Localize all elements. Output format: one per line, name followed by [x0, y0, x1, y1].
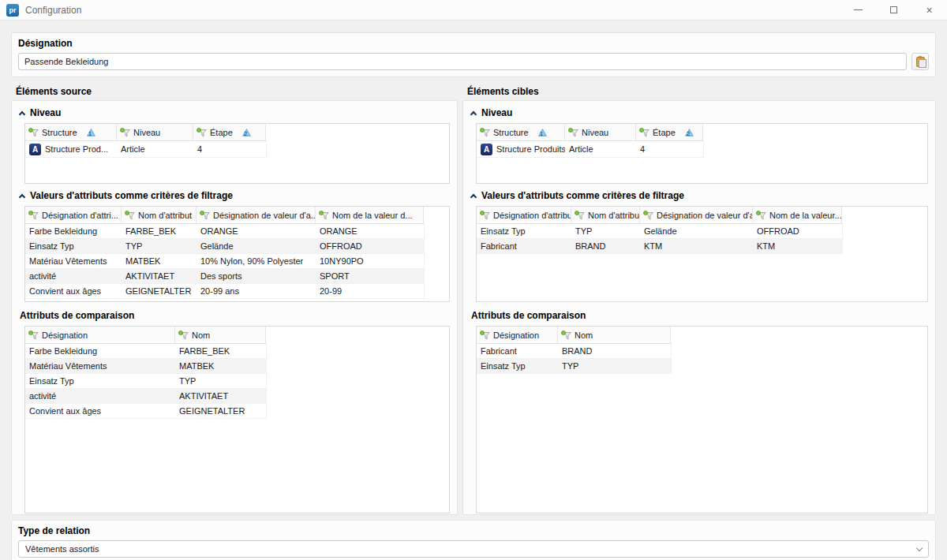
section-title: Valeurs d'attributs comme critères de fi…	[481, 190, 684, 201]
minimize-button[interactable]	[840, 0, 876, 21]
filter-icon[interactable]	[28, 330, 39, 340]
table-row[interactable]: activitéAKTIVITAET	[25, 389, 267, 404]
source-comparison-table: DésignationNomFarbe BekleidungFARBE_BEKM…	[24, 326, 450, 513]
table-cell: 4	[193, 141, 266, 157]
maximize-button[interactable]	[876, 0, 911, 21]
table-cell: BRAND	[571, 239, 640, 253]
source-filters-header[interactable]: Valeurs d'attributs comme critères de fi…	[19, 190, 450, 201]
cell-text: AKTIVITAET	[125, 271, 174, 281]
filter-icon[interactable]	[480, 128, 490, 137]
source-panel: Niveau Structure1NiveauÉtape2AStructure …	[11, 100, 458, 515]
table-row[interactable]: Einsatz TypTYPGeländeOFFROAD	[477, 224, 843, 239]
table-row[interactable]: FabricantBRAND	[477, 344, 672, 359]
table-row[interactable]: Matériau VêtementsMATBEK10% Nylon, 90% P…	[25, 254, 425, 269]
sort-indicator-icon: 1	[87, 129, 95, 136]
filter-icon[interactable]	[561, 330, 571, 340]
filter-icon[interactable]	[756, 211, 766, 220]
column-header[interactable]: Nom de la valeur d...	[316, 207, 424, 223]
column-header[interactable]: Structure1	[477, 124, 565, 140]
column-header-label: Désignation de valeur d'a...	[213, 211, 316, 220]
app-logo-icon: pr	[6, 4, 19, 17]
table-row[interactable]: Farbe BekleidungFARBE_BEKORANGEORANGE	[25, 224, 425, 239]
filter-icon[interactable]	[178, 330, 189, 340]
column-header[interactable]: Étape2	[193, 124, 266, 140]
relation-dropdown[interactable]: Vêtements assortis	[18, 540, 929, 558]
table-cell: activité	[25, 389, 175, 403]
column-header[interactable]: Désignation de valeur d'a...	[640, 207, 753, 223]
cell-text: Matériau Vêtements	[29, 256, 107, 266]
column-header[interactable]: Nom d'attribut	[571, 207, 640, 223]
filter-icon[interactable]	[200, 211, 210, 220]
relation-group: Type de relation Vêtements assortis	[11, 520, 936, 560]
cell-text: Farbe Bekleidung	[29, 226, 97, 236]
table-row[interactable]: Convient aux âgesGEIGNETALTER20-99 ans20…	[25, 284, 425, 299]
section-title: Valeurs d'attributs comme critères de fi…	[30, 190, 233, 201]
table-row[interactable]: FabricantBRANDKTMKTM	[477, 239, 843, 254]
table-cell: Farbe Bekleidung	[25, 224, 122, 238]
table-cell: Einsatz Typ	[25, 239, 122, 253]
table-row[interactable]: Einsatz TypTYP	[25, 374, 267, 389]
table-row[interactable]: AStructure Prod...Article4	[25, 141, 267, 158]
column-header[interactable]: Nom	[558, 327, 671, 343]
table-cell: Gelände	[640, 224, 753, 238]
table-cell: Fabricant	[477, 344, 558, 358]
filter-icon[interactable]	[125, 211, 135, 220]
column-header[interactable]: Désignation d'attribut	[477, 207, 571, 223]
table-cell: Gelände	[197, 239, 316, 253]
target-comparison-header: Attributs de comparaison	[471, 310, 928, 321]
filter-icon[interactable]	[568, 128, 578, 137]
table-row[interactable]: activitéAKTIVITAETDes sportsSPORT	[25, 269, 425, 284]
target-filters-header[interactable]: Valeurs d'attributs comme critères de fi…	[470, 190, 928, 201]
column-header[interactable]: Nom d'attribut	[122, 207, 197, 223]
column-header[interactable]: Niveau	[117, 124, 193, 140]
filter-icon[interactable]	[480, 211, 490, 220]
column-header[interactable]: Désignation d'attri...	[25, 207, 122, 223]
filter-icon[interactable]	[28, 128, 39, 137]
table-cell: Matériau Vêtements	[25, 359, 175, 373]
table-cell: TYP	[175, 374, 266, 388]
window-title: Configuration	[25, 5, 840, 16]
column-header[interactable]: Nom de la valeur...	[753, 207, 842, 223]
svg-text:1: 1	[88, 130, 92, 136]
column-header[interactable]: Désignation de valeur d'a...	[197, 207, 316, 223]
source-niveau-header[interactable]: Niveau	[19, 107, 450, 118]
column-header[interactable]: Désignation	[25, 327, 175, 343]
table-cell: AStructure Produits	[477, 141, 565, 157]
designation-input[interactable]	[18, 53, 907, 70]
column-header-label: Niveau	[133, 128, 160, 137]
table-row[interactable]: Convient aux âgesGEIGNETALTER	[25, 404, 267, 419]
section-title: Niveau	[30, 107, 61, 118]
filter-icon[interactable]	[575, 211, 585, 220]
table-row[interactable]: Farbe BekleidungFARBE_BEK	[25, 344, 267, 359]
column-header[interactable]: Nom	[175, 327, 266, 343]
table-cell: ORANGE	[316, 224, 424, 238]
column-header-label: Nom d'attribut	[138, 211, 192, 220]
filter-icon[interactable]	[643, 211, 653, 220]
cell-text: MATBEK	[179, 361, 214, 371]
paste-button[interactable]	[911, 53, 929, 70]
target-niveau-header[interactable]: Niveau	[470, 107, 928, 118]
table-row[interactable]: AStructure ProduitsArticle4	[477, 141, 704, 158]
table-cell: AKTIVITAET	[122, 269, 197, 283]
cell-text: Gelände	[644, 226, 677, 236]
column-header[interactable]: Désignation	[477, 327, 558, 343]
table-row[interactable]: Matériau VêtementsMATBEK	[25, 359, 267, 374]
filter-icon[interactable]	[28, 211, 39, 220]
column-header[interactable]: Structure1	[25, 124, 117, 140]
table-cell: ORANGE	[197, 224, 316, 238]
table-row[interactable]: Einsatz TypTYPGeländeOFFROAD	[25, 239, 425, 254]
column-header[interactable]: Étape2	[636, 124, 703, 140]
filter-icon[interactable]	[639, 128, 649, 137]
table-cell: Convient aux âges	[25, 404, 175, 418]
close-button[interactable]: ×	[911, 0, 947, 21]
column-header-label: Désignation d'attribut	[493, 211, 571, 220]
filter-icon[interactable]	[480, 330, 490, 340]
column-header-label: Désignation d'attri...	[42, 211, 118, 220]
cell-text: Einsatz Typ	[29, 241, 74, 251]
filter-icon[interactable]	[197, 128, 207, 137]
column-header[interactable]: Niveau	[565, 124, 636, 140]
filter-icon[interactable]	[120, 128, 130, 137]
filter-icon[interactable]	[319, 211, 329, 220]
table-row[interactable]: Einsatz TypTYP	[477, 359, 672, 374]
table-cell: OFFROAD	[316, 239, 424, 253]
